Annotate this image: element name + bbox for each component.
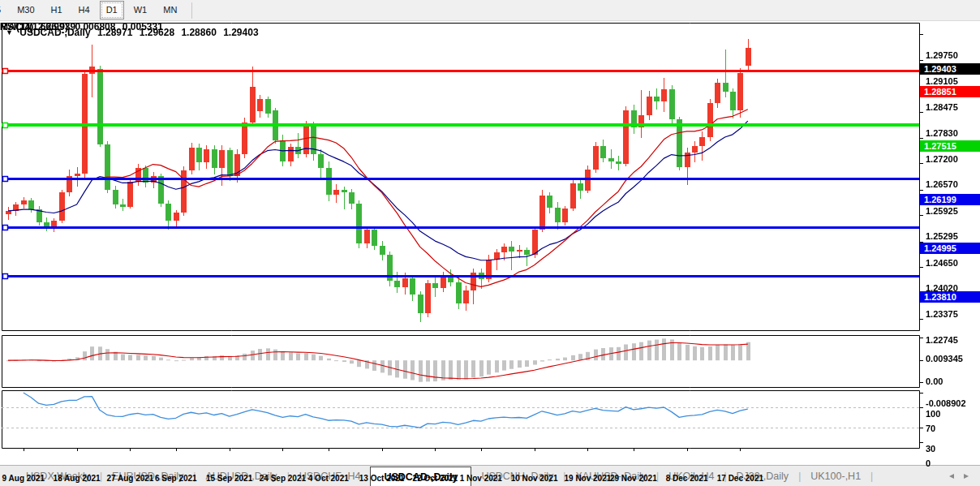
rsi-tick-label: 0 [926,458,931,468]
date-tick-label: 22 Oct 2021 [413,474,458,483]
chart-canvas[interactable] [0,21,980,465]
tab-uk100-h1[interactable]: UK100-,H1 [801,466,870,486]
tab-scroll-left-icon[interactable]: ◂ [949,471,954,480]
tab-separator: | [870,466,873,486]
rsi-label: RSI(14) [0,21,33,32]
toolbar-separator [191,2,192,19]
line-price-badge: 1.24995 [920,243,980,254]
price-tick-label: 1.25295 [926,231,958,241]
timeframe-toolbar: 5M30H1H4D1W1MN [0,0,980,21]
macd-tick-label: 0.00 [926,376,943,386]
date-tick-label: 4 Oct 2021 [308,474,349,483]
price-tick-label: 1.22745 [926,335,958,345]
timeframe-button-D1[interactable]: D1 [100,1,124,19]
price-tick-label: 1.24650 [926,258,958,268]
date-tick-label: 9 Aug 2021 [2,474,45,483]
date-tick-label: 10 Nov 2021 [511,474,558,483]
price-tick-label: 1.29105 [926,76,958,86]
date-tick-label: 6 Sep 2021 [155,474,197,483]
date-tick-label: 1 Nov 2021 [460,474,502,483]
timeframe-button-5[interactable]: 5 [0,1,7,19]
ohlc-close: 1.29403 [223,27,258,38]
rsi-indicator-label: RSI(14) 66.9939 [0,21,80,32]
price-tick-label: 1.23375 [926,309,958,319]
price-tick-label: 1.27830 [926,128,958,138]
date-tick-label: 18 Aug 2021 [54,474,101,483]
date-tick-label: 17 Dec 2021 [717,474,763,483]
rsi-tick-label: 70 [926,424,935,433]
date-tick-label: 15 Sep 2021 [206,474,252,483]
date-tick-label: 19 Nov 2021 [564,474,611,483]
tab-scroll-right-icon[interactable]: ▸ [964,471,969,480]
date-tick-label: 27 Aug 2021 [106,474,153,483]
date-tick-label: 24 Sep 2021 [260,474,306,483]
timeframe-button-H1[interactable]: H1 [45,1,69,19]
price-tick-label: 1.28475 [926,102,958,112]
price-tick-label: 1.25925 [926,206,958,216]
trading-terminal-window: 5M30H1H4D1W1MN ▼ USDCAD-,Daily 1.28971 1… [0,0,980,486]
price-tick-label: 1.26570 [926,179,958,189]
ohlc-low: 1.28860 [181,27,216,38]
line-price-badge: 1.28851 [920,86,980,97]
rsi-tick-label: 100 [926,409,940,419]
rsi-tick-label: 30 [926,444,935,454]
date-tick-label: 29 Nov 2021 [610,474,657,483]
macd-main-value: 0.006808 [75,21,115,32]
price-tick-label: 1.27200 [926,154,958,164]
macd-signal-value: 0.005331 [122,21,163,32]
line-price-badge: 1.26199 [920,194,980,205]
rsi-value: 66.9939 [41,21,75,32]
macd-tick-label: -0.008902 [926,398,966,408]
line-price-badge: 1.23810 [920,291,980,303]
timeframe-button-M30[interactable]: M30 [11,1,41,19]
timeframe-button-W1[interactable]: W1 [127,1,154,19]
price-tick-label: 1.29750 [926,50,958,60]
timeframe-button-H4[interactable]: H4 [72,1,97,19]
tab-scroll-arrows: ◂ ▸ [949,465,969,486]
date-tick-label: 8 Dec 2021 [666,474,708,483]
line-price-badge: 1.27515 [920,140,980,152]
current-price-badge: 1.29403 [920,63,980,75]
chart-area: ▼ USDCAD-,Daily 1.28971 1.29628 1.28860 … [0,21,980,465]
timeframe-button-MN[interactable]: MN [157,1,183,19]
macd-tick-label: 0.009345 [926,354,963,363]
date-tick-label: 13 Oct 2021 [359,474,405,483]
